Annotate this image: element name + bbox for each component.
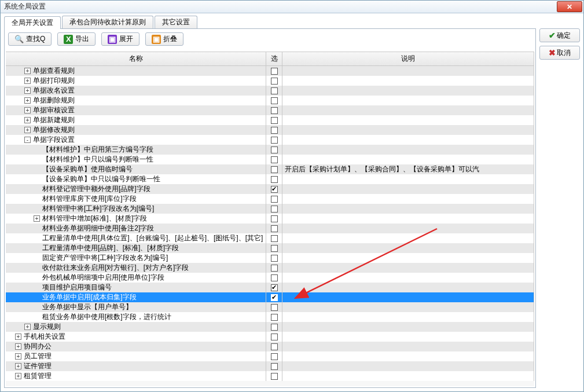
plus-icon[interactable]: + — [15, 353, 21, 360]
tree-row[interactable]: 【材料维护】中只以编号判断唯一性 — [6, 155, 534, 164]
tab-other[interactable]: 其它设置 — [155, 16, 197, 28]
tree-row[interactable]: +单据审核设置 — [6, 105, 534, 115]
row-checkbox[interactable] — [271, 373, 278, 380]
tree-row[interactable]: +单据删除规则 — [6, 96, 534, 105]
header-desc[interactable]: 说明 — [282, 52, 534, 65]
row-checkbox[interactable] — [271, 215, 278, 222]
plus-icon[interactable]: + — [24, 324, 31, 330]
row-checkbox[interactable] — [271, 235, 278, 242]
tree-row[interactable]: +证件管理 — [6, 361, 534, 371]
tree-row[interactable]: 收付款往来业务启用[对方银行]、[对方户名]字段 — [6, 263, 534, 273]
tree-row[interactable]: 【设备采购单】使用临时编号开启后【采购计划单】、【采购合同】、【设备采购单】可以… — [6, 164, 534, 174]
row-checkbox[interactable]: ✔ — [271, 284, 278, 291]
row-checkbox[interactable] — [271, 304, 278, 311]
tree-row[interactable]: +协同办公 — [6, 342, 534, 351]
tree-row[interactable]: 外包机械单明细项中启用[使用单位]字段 — [6, 273, 534, 283]
plus-icon[interactable]: + — [24, 117, 31, 123]
row-checkbox[interactable] — [271, 334, 278, 340]
row-checkbox[interactable] — [271, 176, 278, 183]
cancel-button[interactable]: ✖取消 — [539, 46, 580, 60]
row-label: 【设备采购单】使用临时编号 — [42, 164, 133, 174]
row-checkbox[interactable] — [271, 137, 278, 144]
tree-row[interactable]: 【设备采购单】中只以编号判断唯一性 — [6, 174, 534, 184]
plus-icon[interactable]: + — [15, 334, 21, 340]
row-checkbox[interactable] — [271, 78, 278, 85]
tree-row[interactable]: +单据修改规则 — [6, 125, 534, 135]
row-checkbox[interactable] — [271, 225, 278, 232]
tree-row[interactable]: +手机相关设置 — [6, 332, 534, 342]
row-checkbox[interactable] — [271, 245, 278, 252]
tree-row[interactable]: +单据新建规则 — [6, 115, 534, 125]
tree-row[interactable]: 材料管理库房下使用[库位]字段 — [6, 194, 534, 204]
plus-icon[interactable]: + — [15, 373, 21, 379]
plus-icon[interactable]: + — [15, 363, 21, 369]
close-button[interactable]: ✕ — [557, 1, 582, 12]
export-button[interactable]: X导出 — [57, 32, 96, 46]
row-desc — [282, 115, 534, 125]
plus-icon[interactable]: + — [15, 343, 21, 350]
no-toggle — [34, 156, 40, 163]
row-desc — [282, 302, 534, 312]
tree-row[interactable]: +显示规则 — [6, 322, 534, 332]
row-checkbox[interactable] — [271, 107, 278, 114]
tab-global-switch[interactable]: 全局开关设置 — [4, 16, 61, 29]
header-select[interactable]: 选 — [266, 52, 282, 65]
row-checkbox[interactable] — [271, 343, 278, 350]
row-checkbox[interactable] — [271, 363, 278, 370]
plus-icon[interactable]: + — [24, 127, 31, 133]
row-checkbox[interactable] — [271, 353, 278, 360]
tree-row[interactable]: +材料管理中增加[标准]、[材质]字段 — [6, 214, 534, 224]
row-checkbox[interactable] — [271, 206, 278, 213]
tree-row[interactable]: 租赁业务单据中使用[根数]字段，进行统计 — [6, 312, 534, 322]
tree-row[interactable]: 工程量清单中使用[具体位置]、[台账编号]、[起止桩号]、[图纸号]、[其它] — [6, 233, 534, 243]
tree-row[interactable]: +单据打印规则 — [6, 76, 534, 86]
row-checkbox[interactable] — [271, 166, 278, 173]
ok-button[interactable]: ✔确定 — [539, 28, 580, 42]
row-label: 业务单据中启用[成本归集]字段 — [42, 292, 137, 302]
row-checkbox[interactable] — [271, 265, 278, 272]
tree-row[interactable]: +员工管理 — [6, 351, 534, 361]
tree-row[interactable]: 工程量清单中使用[品牌]、[标准]、[材质]字段 — [6, 243, 534, 253]
tree-row[interactable]: 项目维护启用项目编号✔ — [6, 283, 534, 292]
search-button[interactable]: 🔍查找Q — [8, 32, 52, 46]
tree-row[interactable]: +单据改名设置 — [6, 86, 534, 96]
plus-icon[interactable]: + — [24, 68, 31, 74]
plus-icon[interactable]: + — [24, 87, 31, 94]
collapse-button[interactable]: ▣折叠 — [145, 32, 183, 46]
plus-icon[interactable]: + — [34, 215, 40, 222]
tab-contract-calc[interactable]: 承包合同待收款计算原则 — [62, 16, 153, 28]
row-checkbox[interactable] — [271, 274, 278, 281]
row-checkbox[interactable] — [271, 146, 278, 153]
row-label: 单据审核设置 — [33, 105, 75, 115]
row-checkbox[interactable] — [271, 97, 278, 104]
plus-icon[interactable]: + — [24, 97, 31, 104]
row-checkbox[interactable] — [271, 68, 278, 75]
tree-row[interactable]: +租赁管理 — [6, 371, 534, 381]
tree-row[interactable]: 材料业务单据明细中使用[备注2]字段 — [6, 224, 534, 233]
tree-row[interactable]: 固定资产管理中将[工种]字段改名为[编号] — [6, 253, 534, 263]
row-checkbox[interactable] — [271, 156, 278, 163]
tree-row[interactable]: 业务单据中显示【用户单号】 — [6, 302, 534, 312]
row-checkbox[interactable] — [271, 255, 278, 262]
expand-button[interactable]: ▣展开 — [101, 32, 139, 46]
tree-row[interactable]: 业务单据中启用[成本归集]字段✔ — [6, 292, 534, 302]
row-checkbox[interactable] — [271, 314, 278, 321]
row-checkbox[interactable]: ✔ — [271, 186, 278, 193]
minus-icon[interactable]: - — [24, 137, 31, 143]
tree-row[interactable]: +单据查看规则 — [6, 66, 534, 76]
row-checkbox[interactable] — [271, 196, 278, 203]
tree-row[interactable]: -单据字段设置 — [6, 135, 534, 145]
plus-icon[interactable]: + — [24, 78, 31, 84]
row-checkbox[interactable]: ✔ — [271, 294, 278, 301]
tree-row[interactable]: 【材料维护】中启用第三方编号字段 — [6, 145, 534, 155]
tree-row[interactable]: 材料管理中将[工种]字段改名为[编号] — [6, 204, 534, 214]
row-checkbox[interactable] — [271, 127, 278, 134]
row-desc — [282, 332, 534, 342]
row-checkbox[interactable] — [271, 87, 278, 94]
grid-body[interactable]: +单据查看规则+单据打印规则+单据改名设置+单据删除规则+单据审核设置+单据新建… — [6, 66, 534, 386]
header-name[interactable]: 名称 — [6, 52, 266, 65]
plus-icon[interactable]: + — [24, 107, 31, 113]
row-checkbox[interactable] — [271, 117, 278, 124]
row-checkbox[interactable] — [271, 324, 278, 331]
tree-row[interactable]: 材料登记管理中额外使用[品牌]字段✔ — [6, 184, 534, 194]
